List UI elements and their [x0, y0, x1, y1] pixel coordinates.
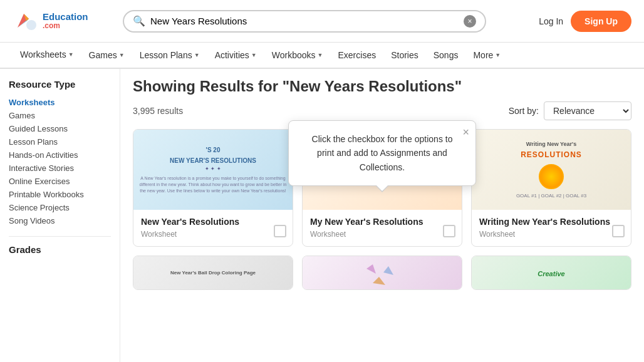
chevron-down-icon: ▼	[495, 52, 501, 58]
logo-icon	[13, 8, 40, 35]
card-1: 'S 20 NEW YEAR'S RESOLUTIONS ✦ ✦ ✦ A New…	[133, 129, 293, 247]
tooltip-text: Click the checkbox for the options to pr…	[303, 132, 462, 174]
logo-text-edu: Education	[43, 12, 88, 23]
sidebar-item-interactive-stories[interactable]: Interactive Stories	[9, 162, 111, 175]
card-1-title[interactable]: New Year's Resolutions	[141, 216, 285, 227]
sidebar-item-song-videos[interactable]: Song Videos	[9, 214, 111, 227]
sidebar-item-games[interactable]: Games	[9, 109, 111, 122]
card-5-image[interactable]	[303, 256, 462, 290]
card-1-type: Worksheet	[141, 230, 285, 239]
nav-exercises-label: Exercises	[338, 50, 376, 60]
chevron-down-icon: ▼	[194, 52, 200, 58]
chevron-down-icon: ▼	[251, 52, 257, 58]
card-3-checkbox[interactable]	[612, 225, 625, 237]
nav-item-stories[interactable]: Stories	[383, 44, 426, 66]
tooltip-close-button[interactable]: ×	[462, 126, 469, 139]
nav-more-label: More	[473, 50, 493, 60]
card-5	[302, 256, 462, 290]
card-2-title[interactable]: My New Year's Resolutions	[310, 216, 454, 227]
auth-buttons: Log In Sign Up	[539, 11, 631, 32]
nav-item-games[interactable]: Games ▼	[81, 44, 132, 66]
logo-text-com: .com	[43, 22, 88, 30]
card-6-image[interactable]: Creative	[472, 256, 631, 290]
nav-item-activities[interactable]: Activities ▼	[207, 44, 264, 66]
sidebar: Resource Type Worksheets Games Guided Le…	[0, 69, 120, 362]
nav-item-lesson-plans[interactable]: Lesson Plans ▼	[132, 44, 207, 66]
results-count: 3,995 results	[133, 106, 183, 116]
sort-select[interactable]: Relevance Most Popular Newest Highest Ra…	[544, 101, 631, 120]
grades-title: Grades	[9, 244, 111, 255]
nav-item-exercises[interactable]: Exercises	[330, 44, 383, 66]
chevron-down-icon: ▼	[318, 52, 323, 58]
svg-marker-4	[373, 277, 385, 285]
card-1-image[interactable]: 'S 20 NEW YEAR'S RESOLUTIONS ✦ ✦ ✦ A New…	[133, 130, 293, 210]
sidebar-item-guided-lessons[interactable]: Guided Lessons	[9, 122, 111, 135]
card-2-type: Worksheet	[310, 230, 454, 239]
card-3-title[interactable]: Writing New Year's Resolutions	[479, 216, 623, 227]
card-1-checkbox[interactable]	[274, 225, 286, 237]
sort-controls: Sort by: Relevance Most Popular Newest H…	[509, 101, 631, 120]
card-3: Writing New Year's RESOLUTIONS GOAL #1 |…	[471, 129, 631, 247]
nav-songs-label: Songs	[434, 50, 459, 60]
main-nav: Worksheets ▼ Games ▼ Lesson Plans ▼ Acti…	[0, 43, 644, 69]
card-3-image[interactable]: Writing New Year's RESOLUTIONS GOAL #1 |…	[472, 130, 631, 210]
chevron-down-icon: ▼	[68, 51, 74, 58]
results-row: 3,995 results Sort by: Relevance Most Po…	[133, 101, 631, 120]
signup-button[interactable]: Sign Up	[571, 11, 631, 32]
svg-marker-3	[383, 266, 393, 275]
cards-grid-row2: New Year's Ball Drop Coloring Page Cre	[133, 256, 631, 290]
logo[interactable]: Education .com	[13, 8, 113, 35]
sidebar-item-printable-workbooks[interactable]: Printable Workbooks	[9, 188, 111, 201]
header: Education .com 🔍 New Years Resolutions ×…	[0, 0, 644, 43]
nav-item-worksheets[interactable]: Worksheets ▼	[13, 43, 81, 68]
card-6: Creative	[471, 256, 631, 290]
card-1-body: New Year's Resolutions Worksheet	[133, 210, 293, 246]
clear-search-button[interactable]: ×	[464, 15, 476, 28]
nav-item-more[interactable]: More ▼	[465, 44, 508, 66]
sidebar-item-hands-on-activities[interactable]: Hands-on Activities	[9, 148, 111, 162]
resource-type-title: Resource Type	[9, 79, 111, 90]
nav-games-label: Games	[89, 50, 117, 60]
sidebar-item-science-projects[interactable]: Science Projects	[9, 201, 111, 214]
search-input[interactable]: New Years Resolutions	[150, 16, 459, 26]
sidebar-item-lesson-plans[interactable]: Lesson Plans	[9, 135, 111, 148]
chevron-down-icon: ▼	[119, 52, 125, 58]
nav-workbooks-label: Workbooks	[272, 50, 316, 60]
search-bar: 🔍 New Years Resolutions ×	[123, 10, 486, 33]
login-button[interactable]: Log In	[539, 16, 563, 26]
main-layout: Resource Type Worksheets Games Guided Le…	[0, 69, 644, 362]
page-title: Showing Results for "New Years Resolutio…	[133, 78, 631, 95]
card-4-image[interactable]: New Year's Ball Drop Coloring Page	[133, 256, 293, 290]
svg-point-1	[26, 20, 36, 30]
search-icon: 🔍	[133, 15, 145, 27]
card-4: New Year's Ball Drop Coloring Page	[133, 256, 293, 290]
tooltip-overlay: × Click the checkbox for the options to …	[288, 120, 476, 186]
nav-item-workbooks[interactable]: Workbooks ▼	[264, 44, 331, 66]
nav-stories-label: Stories	[391, 50, 418, 60]
card-3-type: Worksheet	[479, 230, 623, 239]
sidebar-item-online-exercises[interactable]: Online Exercises	[9, 175, 111, 188]
content-area: Showing Results for "New Years Resolutio…	[120, 69, 644, 362]
sidebar-item-worksheets[interactable]: Worksheets	[9, 96, 111, 109]
nav-activities-label: Activities	[215, 50, 249, 60]
sort-label: Sort by:	[509, 106, 539, 116]
nav-lesson-plans-label: Lesson Plans	[140, 50, 192, 60]
card-2-body: My New Year's Resolutions Worksheet	[303, 210, 462, 246]
nav-worksheets-label: Worksheets	[20, 49, 66, 59]
nav-item-songs[interactable]: Songs	[426, 44, 466, 66]
card-2-checkbox[interactable]	[443, 225, 455, 237]
svg-marker-2	[366, 264, 376, 274]
card-3-body: Writing New Year's Resolutions Worksheet	[472, 210, 631, 246]
